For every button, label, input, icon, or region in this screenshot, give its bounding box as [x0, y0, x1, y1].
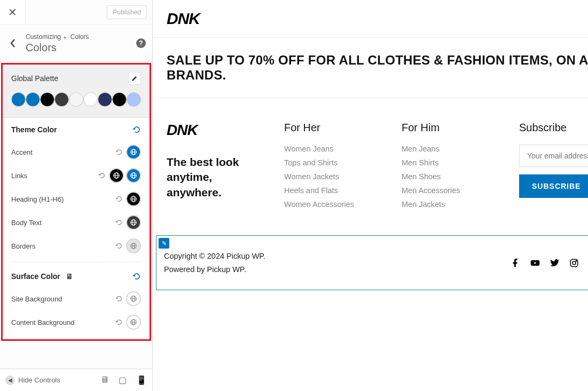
tagline: The best look anytime, anywhere.: [167, 155, 268, 200]
bottom-bar: ◀ Hide Controls 🖥 ▢ 📱: [0, 369, 152, 391]
subscribe-button[interactable]: SUBSCRIBE: [519, 174, 588, 198]
footer-logo[interactable]: DNK: [167, 122, 268, 139]
sale-banner: SALE UP TO 70% OFF FOR ALL CLOTHES & FAS…: [153, 38, 588, 98]
color-picker-dot[interactable]: [126, 145, 141, 159]
row-label: Content Background: [11, 318, 75, 326]
row-label: Heading (H1-H6): [11, 195, 64, 203]
email-input[interactable]: [519, 145, 588, 167]
palette-swatch[interactable]: [54, 92, 69, 107]
surface-color-section: Surface Color 🖥 Site BackgroundContent B…: [3, 265, 150, 339]
footer-link[interactable]: Men Shirts: [402, 158, 503, 167]
desktop-preview-icon[interactable]: 🖥: [100, 375, 109, 385]
reset-section-icon[interactable]: [132, 272, 141, 281]
highlighted-panel: Global Palette Theme Color: [1, 63, 151, 341]
footer-link[interactable]: Heels and Flats: [284, 186, 386, 195]
palette-swatch[interactable]: [11, 92, 26, 107]
footer-link[interactable]: Women Jeans: [284, 145, 386, 153]
footer-link[interactable]: Tops and Shirts: [284, 158, 386, 167]
color-row: Site Background: [11, 287, 141, 310]
palette-swatch[interactable]: [69, 92, 83, 107]
palette-swatch[interactable]: [40, 92, 54, 107]
color-picker-dot[interactable]: [126, 168, 141, 183]
site-logo[interactable]: DNK: [167, 10, 200, 28]
row-label: Body Text: [11, 219, 42, 227]
color-row: Links: [11, 164, 141, 187]
palette-swatch[interactable]: [112, 92, 127, 107]
color-picker-dot[interactable]: [126, 238, 141, 253]
for-her-column: For Her Women JeansTops and ShirtsWomen …: [284, 122, 386, 214]
color-picker-dot[interactable]: [109, 168, 124, 183]
color-row: Body Text: [11, 211, 141, 234]
color-row: Heading (H1-H6): [11, 187, 141, 211]
column-title: For Him: [402, 122, 503, 134]
instagram-icon[interactable]: [569, 258, 579, 268]
help-icon[interactable]: ?: [136, 38, 146, 48]
palette-swatch[interactable]: [26, 92, 40, 107]
color-picker-dot[interactable]: [126, 291, 141, 306]
column-title: For Her: [284, 122, 386, 134]
row-label: Site Background: [11, 295, 62, 303]
customizer-sidebar: ✕ Published Customizing ▸ Colors Colors …: [0, 0, 153, 391]
palette-swatches: [11, 92, 141, 107]
close-button[interactable]: ✕: [0, 0, 26, 25]
edit-palette-button[interactable]: [128, 72, 141, 85]
section-title: Theme Color: [11, 125, 57, 134]
for-him-column: For Him Men JeansMen ShirtsMen ShoesMen …: [402, 122, 503, 214]
reset-row-icon[interactable]: [114, 195, 124, 203]
footer-link[interactable]: Women Jackets: [284, 172, 386, 181]
youtube-icon[interactable]: [530, 258, 540, 268]
color-row: Borders: [11, 234, 141, 258]
tablet-preview-icon[interactable]: ▢: [119, 375, 127, 385]
column-title: Subscribe: [519, 122, 588, 134]
color-picker-dot[interactable]: [126, 315, 141, 330]
palette-swatch[interactable]: [83, 92, 98, 107]
mobile-preview-icon[interactable]: 📱: [136, 375, 147, 385]
color-picker-dot[interactable]: [126, 191, 141, 206]
collapse-icon: ◀: [5, 376, 15, 385]
sidebar-top: ✕ Published: [0, 0, 152, 25]
row-label: Borders: [11, 242, 36, 250]
footer-bottom-selected[interactable]: ✎ Copyright © 2024 Pickup WP. Powered by…: [156, 235, 588, 290]
global-palette-section: Global Palette: [3, 65, 150, 118]
svg-point-27: [576, 260, 577, 261]
footer-link[interactable]: Women Accessories: [284, 200, 386, 209]
reset-section-icon[interactable]: [132, 125, 141, 134]
color-row: Content Background: [11, 310, 141, 334]
row-label: Accent: [11, 148, 33, 156]
subscribe-column: Subscribe SUBSCRIBE: [519, 122, 588, 214]
footer-link[interactable]: Men Jeans: [402, 145, 503, 153]
reset-row-icon[interactable]: [97, 172, 107, 179]
palette-swatch[interactable]: [98, 92, 112, 107]
reset-row-icon[interactable]: [114, 219, 124, 226]
hide-controls-button[interactable]: ◀ Hide Controls: [5, 376, 95, 385]
footer-link[interactable]: Men Shoes: [402, 172, 503, 181]
theme-color-section: Theme Color AccentLinksHeading (H1-H6)Bo…: [3, 118, 150, 265]
palette-title: Global Palette: [11, 74, 58, 83]
svg-point-26: [573, 261, 576, 265]
section-title: Surface Color 🖥: [11, 272, 73, 281]
row-label: Links: [11, 172, 27, 180]
breadcrumb: Customizing ▸ Colors Colors ?: [0, 25, 152, 62]
publish-status-button[interactable]: Published: [107, 5, 147, 19]
footer-link[interactable]: Men Accessories: [402, 186, 503, 195]
footer-main: DNK The best look anytime, anywhere. For…: [153, 98, 588, 235]
twitter-icon[interactable]: [550, 258, 560, 268]
color-picker-dot[interactable]: [126, 215, 141, 230]
social-icons: [511, 258, 588, 268]
desktop-icon: 🖥: [66, 272, 73, 281]
footer-link[interactable]: Men Jackets: [402, 200, 503, 209]
reset-row-icon[interactable]: [114, 242, 124, 250]
breadcrumb-path: Customizing ▸ Colors: [26, 33, 136, 41]
palette-swatch[interactable]: [127, 92, 141, 107]
reset-row-icon[interactable]: [114, 148, 124, 156]
back-button[interactable]: [0, 30, 26, 56]
site-header: DNK ☰: [153, 0, 588, 38]
reset-row-icon[interactable]: [114, 318, 124, 326]
edit-section-icon[interactable]: ✎: [159, 238, 169, 249]
reset-row-icon[interactable]: [114, 295, 124, 302]
preview-frame: DNK ☰ SALE UP TO 70% OFF FOR ALL CLOTHES…: [153, 0, 588, 391]
chevron-right-icon: ▸: [64, 34, 67, 40]
color-row: Accent: [11, 140, 141, 164]
facebook-icon[interactable]: [511, 258, 520, 268]
copyright-text: Copyright © 2024 Pickup WP. Powered by P…: [164, 250, 265, 276]
